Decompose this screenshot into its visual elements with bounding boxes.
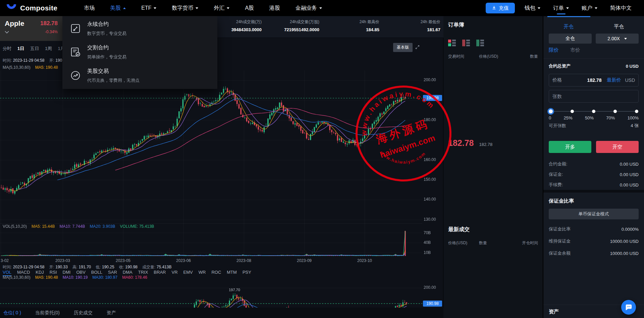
detail-label: 保证金: <box>549 171 563 177</box>
info-label: 时间: <box>3 265 13 269</box>
stock-icon <box>70 70 81 81</box>
contract-icon <box>70 23 81 34</box>
orderbook-layout-asks-icon[interactable] <box>462 40 470 48</box>
order-type-限价[interactable]: 限价 <box>549 47 559 53</box>
stocks-dropdown-menu: 永续合约数字货币，专业交易交割合约简单操作，专业交易美股交易代币兑换，零费用，无… <box>62 16 217 89</box>
info-value: 2023-11-29 04:58 <box>13 265 45 269</box>
amount-input[interactable] <box>549 90 639 103</box>
timeframe-tab-1日[interactable]: 1日 <box>17 46 24 52</box>
detail-value: 10000.00 USD <box>610 239 639 244</box>
trade-tab-开仓[interactable]: 开仓 <box>543 21 594 33</box>
expand-icon[interactable] <box>415 45 420 51</box>
user-menu-label: 账户 <box>582 5 592 12</box>
deposit-button[interactable]: 充值 <box>486 3 515 13</box>
bottom-tab-资产[interactable]: 资产 <box>107 310 116 316</box>
open-long-button[interactable]: 开多 <box>549 141 591 153</box>
bottom-tab-历史成交[interactable]: 历史成交 <box>74 310 93 316</box>
orderbook-layout-bids-icon[interactable] <box>476 40 484 48</box>
x-axis-label: 2023-03 <box>55 258 70 263</box>
column-header: 数量 <box>479 240 513 246</box>
user-menu-item-简体中文[interactable]: 简体中文 <box>604 0 638 16</box>
margin-ratio-title: 保证金比率 <box>549 198 574 204</box>
main-menu-item-美股[interactable]: 美股 <box>102 0 133 16</box>
orderbook-layout-both-icon[interactable] <box>448 40 456 48</box>
stat-value: 184.85 <box>360 27 379 32</box>
user-menu-item-账户[interactable]: 账户 <box>575 0 604 16</box>
stat-label: 24h 最高价 <box>360 19 379 25</box>
dropdown-item-永续合约[interactable]: 永续合约数字货币，专业交易 <box>70 21 126 37</box>
detail-row: 手续费:0.00 USD <box>549 182 639 188</box>
chevron-down-icon <box>595 7 597 10</box>
indicator-tab-EMV[interactable]: EMV <box>183 270 193 276</box>
support-chat-button[interactable] <box>621 300 636 315</box>
available-label: 可开张数 <box>549 123 566 129</box>
main-menu-label: ETF <box>141 5 151 11</box>
info-segment: 成交量: 75.413B <box>142 264 171 270</box>
main-menu-item-数字货币[interactable]: 数字货币 <box>164 0 206 16</box>
indicator-tab-WR[interactable]: WR <box>199 270 206 276</box>
ticker-symbol[interactable]: Apple <box>5 19 24 28</box>
indicator-tab-VR[interactable]: VR <box>171 270 177 276</box>
legend-item: MA5: 190.48 <box>35 65 58 70</box>
bottom-tab-当前委托(0)[interactable]: 当前委托(0) <box>35 310 60 316</box>
main-menu-item-港股[interactable]: 港股 <box>262 0 288 16</box>
bottom-tab-仓位( 0 )[interactable]: 仓位( 0 ) <box>3 310 21 316</box>
price-axis-label: 130.00 <box>424 217 436 222</box>
info-label: 成交量: <box>142 265 157 269</box>
trade-tab-平仓[interactable]: 平仓 <box>594 21 644 33</box>
main-menu-item-金融业务[interactable]: 金融业务 <box>288 0 330 16</box>
brand-name[interactable]: Composite <box>20 4 57 12</box>
info-value: 190.98 <box>125 265 138 269</box>
dropdown-item-交割合约[interactable]: 交割合约简单操作，专业交易 <box>70 44 126 60</box>
ticker-panel[interactable]: Apple 182.78 -0.34% <box>0 16 62 41</box>
detail-row: 保证金比率0.0000% <box>549 226 639 232</box>
main-chart-canvas[interactable] <box>0 70 443 257</box>
x-axis-label: 2023-06 <box>176 258 191 263</box>
info-segment: 高: 191.70 <box>72 264 91 270</box>
secondary-price-tag: 190.98 <box>423 301 442 307</box>
slider-dot-0[interactable] <box>549 109 553 113</box>
slider-dot-100%[interactable] <box>635 110 638 113</box>
slider-dot-25%[interactable] <box>571 110 574 113</box>
timeframe-tab-1周[interactable]: 1周 <box>45 46 52 52</box>
x-axis-label: 3-02 <box>1 258 9 263</box>
chevron-down-icon <box>624 38 627 41</box>
leverage-button[interactable]: 2.00X <box>596 34 639 44</box>
stat-1: 24h 最高价184.85 <box>360 19 379 32</box>
timeframe-tab-分时[interactable]: 分时 <box>3 46 11 52</box>
main-menu-item-A股[interactable]: A股 <box>237 0 262 16</box>
latest-price-link[interactable]: 最新价 <box>607 77 621 83</box>
price-field[interactable]: 价格 182.78 最新价 USD <box>549 74 639 87</box>
main-menu-label: 港股 <box>269 5 280 12</box>
indicator-tab-BRAR[interactable]: BRAR <box>154 270 166 276</box>
open-short-button[interactable]: 开空 <box>596 141 639 153</box>
indicator-tab-PSY[interactable]: PSY <box>243 270 251 276</box>
chevron-down-icon[interactable] <box>5 29 9 35</box>
active-tab-indicator <box>547 16 590 17</box>
margin-mode-button[interactable]: 全仓 <box>549 34 592 44</box>
slider-dot-50%[interactable] <box>592 110 595 113</box>
indicator-tab-MTM[interactable]: MTM <box>227 270 237 276</box>
detail-value: 0.00 USD <box>620 172 639 177</box>
user-menu-item-订单[interactable]: 订单 <box>547 0 575 16</box>
single-margin-mode-button[interactable]: 单币保证金模式 <box>549 209 639 219</box>
x-axis-label: 2023-05 <box>116 258 130 263</box>
slider-label: 70% <box>606 115 615 120</box>
user-menu-item-钱包[interactable]: 钱包 <box>518 0 547 16</box>
chart-version-button[interactable]: 基本版 <box>393 43 413 52</box>
brand-logo-icon[interactable] <box>6 3 17 13</box>
stat-0: 24h 最低价181.67 <box>421 19 440 32</box>
dropdown-item-美股交易[interactable]: 美股交易代币兑换，零费用，无滑点 <box>70 68 140 84</box>
slider-dot-70%[interactable] <box>613 110 617 113</box>
indicator-tab-ROC[interactable]: ROC <box>211 270 221 276</box>
main-menu-item-外汇[interactable]: 外汇 <box>206 0 237 16</box>
stat-label: 24h 最低价 <box>421 19 440 25</box>
main-menu-item-ETF[interactable]: ETF <box>133 0 164 16</box>
main-menu-item-市场[interactable]: 市场 <box>76 0 102 16</box>
timeframe-tab-五日[interactable]: 五日 <box>30 46 39 52</box>
amount-slider[interactable] <box>551 109 637 113</box>
dropdown-item-desc: 简单操作，专业交易 <box>87 54 126 60</box>
order-type-市价[interactable]: 市价 <box>570 47 580 53</box>
legend-item: MA60: 178.46 <box>122 275 147 280</box>
total-assets-label: 合约总资产 <box>549 63 571 69</box>
